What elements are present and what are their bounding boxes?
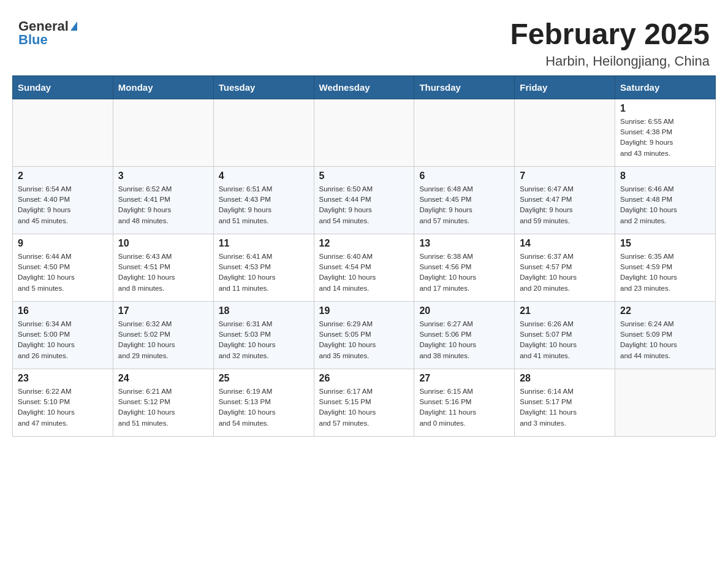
day-info: Sunrise: 6:24 AM Sunset: 5:09 PM Dayligh…	[620, 319, 710, 361]
day-info: Sunrise: 6:19 AM Sunset: 5:13 PM Dayligh…	[219, 386, 309, 429]
calendar-cell: 27Sunrise: 6:15 AM Sunset: 5:16 PM Dayli…	[414, 369, 515, 436]
day-number: 7	[520, 170, 610, 182]
calendar-cell: 14Sunrise: 6:37 AM Sunset: 4:57 PM Dayli…	[515, 234, 615, 301]
location-title: Harbin, Heilongjiang, China	[510, 53, 710, 69]
calendar-cell: 23Sunrise: 6:22 AM Sunset: 5:10 PM Dayli…	[13, 369, 113, 436]
calendar-cell: 26Sunrise: 6:17 AM Sunset: 5:15 PM Dayli…	[314, 369, 414, 436]
day-info: Sunrise: 6:21 AM Sunset: 5:12 PM Dayligh…	[118, 386, 208, 429]
day-info: Sunrise: 6:55 AM Sunset: 4:38 PM Dayligh…	[620, 117, 710, 159]
day-number: 13	[419, 238, 509, 249]
day-info: Sunrise: 6:44 AM Sunset: 4:50 PM Dayligh…	[18, 251, 108, 294]
day-number: 25	[219, 373, 309, 384]
calendar-week-3: 9Sunrise: 6:44 AM Sunset: 4:50 PM Daylig…	[13, 234, 716, 301]
day-number: 20	[419, 305, 509, 316]
calendar-cell	[213, 99, 314, 166]
day-number: 10	[118, 238, 208, 249]
day-number: 22	[620, 305, 710, 316]
weekday-header-monday: Monday	[113, 75, 213, 99]
day-number: 4	[219, 170, 309, 182]
calendar-cell: 9Sunrise: 6:44 AM Sunset: 4:50 PM Daylig…	[13, 234, 113, 301]
day-number: 21	[520, 305, 610, 316]
day-number: 8	[620, 170, 710, 182]
calendar-cell	[113, 99, 213, 166]
logo-triangle-icon	[70, 21, 77, 31]
calendar-week-4: 16Sunrise: 6:34 AM Sunset: 5:00 PM Dayli…	[13, 301, 716, 369]
day-number: 24	[118, 373, 208, 384]
day-number: 23	[18, 373, 108, 384]
month-title: February 2025	[510, 18, 710, 51]
weekday-header-row: SundayMondayTuesdayWednesdayThursdayFrid…	[13, 75, 716, 99]
day-number: 27	[419, 373, 509, 384]
weekday-header-thursday: Thursday	[414, 75, 515, 99]
calendar-cell: 16Sunrise: 6:34 AM Sunset: 5:00 PM Dayli…	[13, 301, 113, 369]
day-info: Sunrise: 6:43 AM Sunset: 4:51 PM Dayligh…	[118, 251, 208, 294]
logo: General Blue	[18, 18, 77, 48]
day-info: Sunrise: 6:31 AM Sunset: 5:03 PM Dayligh…	[219, 319, 309, 361]
calendar-cell	[414, 99, 515, 166]
day-number: 15	[620, 238, 710, 249]
title-section: February 2025 Harbin, Heilongjiang, Chin…	[510, 18, 710, 69]
calendar-cell: 12Sunrise: 6:40 AM Sunset: 4:54 PM Dayli…	[314, 234, 414, 301]
day-number: 1	[620, 103, 710, 114]
weekday-header-saturday: Saturday	[615, 75, 716, 99]
day-number: 16	[18, 305, 108, 316]
calendar-cell: 13Sunrise: 6:38 AM Sunset: 4:56 PM Dayli…	[414, 234, 515, 301]
calendar-cell: 7Sunrise: 6:47 AM Sunset: 4:47 PM Daylig…	[515, 166, 615, 234]
calendar-cell: 21Sunrise: 6:26 AM Sunset: 5:07 PM Dayli…	[515, 301, 615, 369]
calendar-cell: 15Sunrise: 6:35 AM Sunset: 4:59 PM Dayli…	[615, 234, 716, 301]
day-info: Sunrise: 6:32 AM Sunset: 5:02 PM Dayligh…	[118, 319, 208, 361]
day-number: 14	[520, 238, 610, 249]
calendar-week-1: 1Sunrise: 6:55 AM Sunset: 4:38 PM Daylig…	[13, 99, 716, 166]
calendar-cell	[13, 99, 113, 166]
day-info: Sunrise: 6:47 AM Sunset: 4:47 PM Dayligh…	[520, 184, 610, 226]
day-number: 9	[18, 238, 108, 249]
day-info: Sunrise: 6:52 AM Sunset: 4:41 PM Dayligh…	[118, 184, 208, 226]
calendar-cell: 24Sunrise: 6:21 AM Sunset: 5:12 PM Dayli…	[113, 369, 213, 436]
day-number: 19	[319, 305, 409, 316]
day-info: Sunrise: 6:35 AM Sunset: 4:59 PM Dayligh…	[620, 251, 710, 294]
calendar-cell: 19Sunrise: 6:29 AM Sunset: 5:05 PM Dayli…	[314, 301, 414, 369]
weekday-header-friday: Friday	[515, 75, 615, 99]
calendar-cell: 25Sunrise: 6:19 AM Sunset: 5:13 PM Dayli…	[213, 369, 314, 436]
day-number: 18	[219, 305, 309, 316]
day-number: 6	[419, 170, 509, 182]
calendar-week-5: 23Sunrise: 6:22 AM Sunset: 5:10 PM Dayli…	[13, 369, 716, 436]
calendar-cell: 3Sunrise: 6:52 AM Sunset: 4:41 PM Daylig…	[113, 166, 213, 234]
day-info: Sunrise: 6:27 AM Sunset: 5:06 PM Dayligh…	[419, 319, 509, 361]
page-header: General Blue February 2025 Harbin, Heilo…	[12, 12, 716, 69]
day-info: Sunrise: 6:41 AM Sunset: 4:53 PM Dayligh…	[219, 251, 309, 294]
day-number: 11	[219, 238, 309, 249]
day-number: 2	[18, 170, 108, 182]
weekday-header-sunday: Sunday	[13, 75, 113, 99]
calendar-week-2: 2Sunrise: 6:54 AM Sunset: 4:40 PM Daylig…	[13, 166, 716, 234]
calendar-cell: 8Sunrise: 6:46 AM Sunset: 4:48 PM Daylig…	[615, 166, 716, 234]
calendar-table: SundayMondayTuesdayWednesdayThursdayFrid…	[12, 75, 716, 437]
calendar-cell: 17Sunrise: 6:32 AM Sunset: 5:02 PM Dayli…	[113, 301, 213, 369]
day-info: Sunrise: 6:22 AM Sunset: 5:10 PM Dayligh…	[18, 386, 108, 429]
day-info: Sunrise: 6:50 AM Sunset: 4:44 PM Dayligh…	[319, 184, 409, 226]
calendar-cell: 5Sunrise: 6:50 AM Sunset: 4:44 PM Daylig…	[314, 166, 414, 234]
day-number: 28	[520, 373, 610, 384]
day-info: Sunrise: 6:14 AM Sunset: 5:17 PM Dayligh…	[520, 386, 610, 429]
day-info: Sunrise: 6:34 AM Sunset: 5:00 PM Dayligh…	[18, 319, 108, 361]
calendar-cell: 11Sunrise: 6:41 AM Sunset: 4:53 PM Dayli…	[213, 234, 314, 301]
day-info: Sunrise: 6:26 AM Sunset: 5:07 PM Dayligh…	[520, 319, 610, 361]
calendar-cell: 22Sunrise: 6:24 AM Sunset: 5:09 PM Dayli…	[615, 301, 716, 369]
calendar-cell: 2Sunrise: 6:54 AM Sunset: 4:40 PM Daylig…	[13, 166, 113, 234]
day-number: 26	[319, 373, 409, 384]
day-info: Sunrise: 6:15 AM Sunset: 5:16 PM Dayligh…	[419, 386, 509, 429]
day-info: Sunrise: 6:17 AM Sunset: 5:15 PM Dayligh…	[319, 386, 409, 429]
day-number: 3	[118, 170, 208, 182]
calendar-cell	[314, 99, 414, 166]
logo-blue-text: Blue	[18, 32, 48, 48]
day-number: 17	[118, 305, 208, 316]
day-info: Sunrise: 6:54 AM Sunset: 4:40 PM Dayligh…	[18, 184, 108, 226]
calendar-cell	[615, 369, 716, 436]
calendar-cell: 18Sunrise: 6:31 AM Sunset: 5:03 PM Dayli…	[213, 301, 314, 369]
calendar-cell: 4Sunrise: 6:51 AM Sunset: 4:43 PM Daylig…	[213, 166, 314, 234]
day-info: Sunrise: 6:51 AM Sunset: 4:43 PM Dayligh…	[219, 184, 309, 226]
day-info: Sunrise: 6:38 AM Sunset: 4:56 PM Dayligh…	[419, 251, 509, 294]
day-number: 12	[319, 238, 409, 249]
day-info: Sunrise: 6:46 AM Sunset: 4:48 PM Dayligh…	[620, 184, 710, 226]
weekday-header-tuesday: Tuesday	[213, 75, 314, 99]
